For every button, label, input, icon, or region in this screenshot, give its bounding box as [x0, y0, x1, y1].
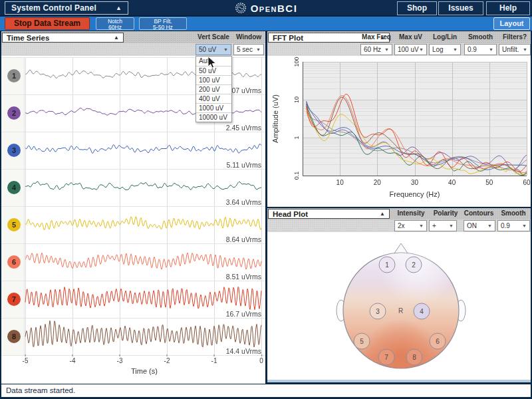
max-freq-value: 60 Hz	[364, 46, 381, 53]
vert-scale-dropdown[interactable]: 50 uV ▼	[196, 44, 231, 55]
polarity-value: +	[432, 222, 436, 229]
chevron-down-icon: ▼	[419, 47, 424, 52]
channel-3-rms-value: 5.11 uVrms	[226, 161, 261, 169]
electrode-2-label: 2	[412, 261, 416, 269]
filters-dropdown[interactable]: Unfilt.▼	[499, 44, 531, 55]
panel-bottom-accent	[267, 380, 531, 382]
x-axis-tick: 0	[259, 357, 263, 364]
smooth-value: 0.9	[501, 222, 510, 229]
intensity-value: 2x	[398, 222, 405, 229]
channel-3-toggle[interactable]: 3	[7, 144, 21, 157]
chevron-down-icon: ▼	[449, 223, 454, 228]
channel-5-rms-value: 8.64 uVrms	[226, 235, 261, 243]
max-uv-dropdown[interactable]: 100 uV▼	[394, 44, 427, 55]
x-axis-tick: -5	[23, 357, 29, 364]
smooth-dropdown[interactable]: 0.9▼	[497, 220, 530, 231]
channel-4-toggle[interactable]: 4	[7, 181, 21, 194]
polarity-label: Polarity	[431, 209, 460, 217]
channel-1-toggle[interactable]: 1	[7, 69, 21, 82]
fft-header: FFT Plot ▲ Max Freq Max uV Log/Lin Smoot…	[267, 31, 531, 43]
vert-scale-option-1000uv[interactable]: 1000 uV	[196, 103, 231, 112]
x-axis-label: Time (s)	[101, 367, 188, 375]
chevron-down-icon: ▼	[522, 223, 527, 228]
layout-button[interactable]: Layout	[493, 17, 530, 30]
chevron-down-icon: ▼	[223, 47, 228, 52]
x-axis-tick: -4	[70, 357, 76, 364]
intensity-dropdown[interactable]: 2x▼	[394, 220, 427, 231]
time-series-widget: Time Series ▲ Vert Scale Window 50 uV ▼ …	[1, 31, 265, 384]
max-uv-value: 100 uV	[398, 46, 419, 53]
log-lin-dropdown[interactable]: Log▼	[429, 44, 461, 55]
notch-filter-value: 60Hz	[96, 25, 134, 31]
head-plot-widget: Head Plot ▲ Intensity Polarity Contours …	[267, 208, 531, 380]
openbci-gui-window: System Control Panel ▲ OpenBCI Shop Issu…	[0, 0, 532, 399]
openbci-brain-gear-icon	[235, 2, 247, 14]
help-button[interactable]: Help	[486, 1, 530, 15]
filters-value: Unfilt.	[502, 46, 519, 53]
issues-button[interactable]: Issues	[438, 1, 483, 15]
log-lin-value: Log	[432, 46, 444, 53]
smooth-value: 0.9	[467, 46, 477, 53]
stop-data-stream-button[interactable]: Stop Data Stream	[5, 17, 90, 30]
window-dropdown[interactable]: 5 sec ▼	[233, 44, 264, 55]
chevron-down-icon: ▼	[523, 47, 527, 52]
smooth-dropdown[interactable]: 0.9▼	[464, 44, 497, 55]
vert-scale-option-200uv[interactable]: 200 uV	[196, 84, 231, 94]
vert-scale-value: 50 uV	[199, 46, 216, 53]
head-plot-title: Head Plot	[273, 210, 308, 218]
x-axis-tick: -1	[211, 357, 217, 364]
contours-dropdown[interactable]: ON▼	[464, 220, 495, 231]
head-plot-title-dropdown[interactable]: Head Plot ▲	[268, 209, 390, 219]
notch-filter-button[interactable]: Notch 60Hz	[96, 17, 134, 30]
time-series-title-dropdown[interactable]: Time Series ▲	[2, 33, 124, 43]
electrode-6-label: 6	[436, 338, 440, 345]
intensity-label: Intensity	[396, 209, 426, 217]
channel-6-toggle[interactable]: 6	[7, 255, 21, 269]
channel-2-toggle[interactable]: 2	[7, 106, 21, 120]
head-plot-header: Head Plot ▲ Intensity Polarity Contours …	[267, 208, 531, 219]
window-label: Window	[233, 33, 264, 41]
vert-scale-option-100uv[interactable]: 100 uV	[196, 75, 231, 84]
max-freq-dropdown[interactable]: 60 Hz▼	[360, 44, 392, 55]
electrode-7-label: 7	[384, 354, 388, 361]
widget-dropdown-arrow-icon: ▲	[380, 211, 385, 217]
channel-8-toggle[interactable]: 8	[7, 330, 21, 343]
channel-5-toggle[interactable]: 5	[7, 218, 21, 231]
vert-scale-label: Vert Scale	[196, 33, 231, 41]
vert-scale-option-auto[interactable]: Auto	[196, 57, 231, 66]
chevron-down-icon: ▼	[384, 47, 389, 52]
bandpass-filter-button[interactable]: BP Filt. 5-50 Hz	[139, 17, 187, 30]
channel-7-toggle[interactable]: 7	[7, 293, 21, 306]
contours-label: Contours	[463, 209, 495, 217]
time-series-header: Time Series ▲ Vert Scale Window	[1, 31, 265, 43]
chevron-down-icon: ▼	[489, 47, 493, 52]
x-axis-tick: -3	[117, 357, 123, 364]
widget-dropdown-arrow-icon: ▲	[114, 35, 119, 41]
chevron-down-icon: ▼	[487, 223, 492, 228]
chevron-up-icon: ▲	[116, 5, 122, 11]
time-series-title: Time Series	[7, 34, 49, 42]
channel-8-rms-value: 14.4 uVrms	[226, 347, 261, 355]
smooth-label: Smooth	[498, 209, 529, 217]
status-message: Data stream started.	[1, 384, 531, 397]
log-lin-label: Log/Lin	[429, 33, 461, 41]
vert-scale-option-50uv[interactable]: 50 uV	[196, 66, 231, 75]
polarity-dropdown[interactable]: +▼	[429, 220, 457, 231]
electrode-4-label: 4	[420, 308, 424, 315]
electrode-1-label: 1	[385, 261, 389, 269]
x-axis-tick: -2	[164, 357, 170, 364]
channel-4-rms-value: 3.64 uVrms	[226, 198, 261, 206]
vert-scale-option-400uv[interactable]: 400 uV	[196, 94, 231, 103]
smooth-label: Smooth	[464, 33, 497, 41]
chevron-down-icon: ▼	[256, 47, 261, 52]
system-control-panel-label: System Control Panel	[11, 3, 96, 13]
vert-scale-option-10000uv[interactable]: 10000 uV	[196, 112, 231, 122]
chevron-down-icon: ▼	[419, 223, 424, 228]
channel-6-rms-value: 8.51 uVrms	[226, 273, 261, 281]
contours-value: ON	[467, 222, 477, 229]
top-navigation-bar: System Control Panel ▲ OpenBCI Shop Issu…	[0, 0, 532, 16]
system-control-panel-button[interactable]: System Control Panel ▲	[5, 1, 128, 15]
fft-title: FFT Plot	[273, 34, 303, 42]
status-bar: Data stream started.	[1, 384, 531, 397]
shop-button[interactable]: Shop	[397, 1, 437, 15]
